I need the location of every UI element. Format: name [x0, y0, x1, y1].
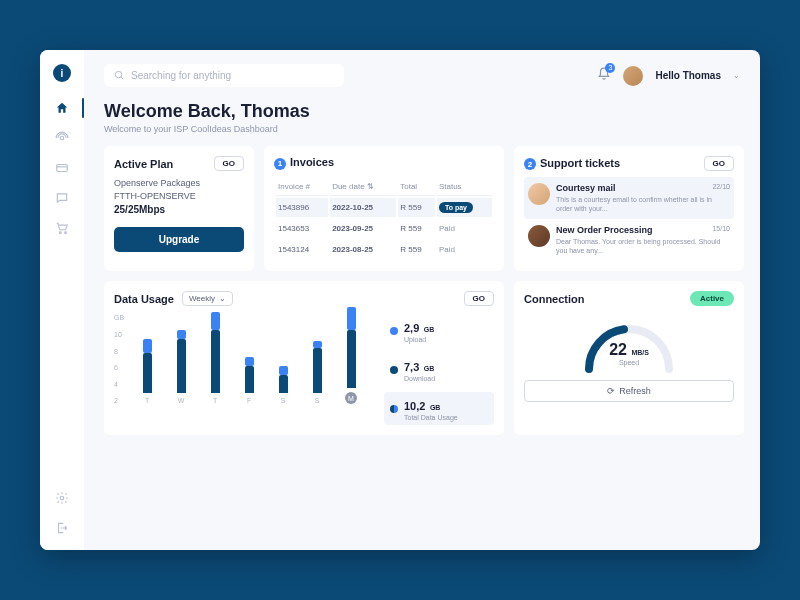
svg-point-0 — [60, 136, 64, 140]
bar: M — [338, 298, 364, 404]
data-usage-card: Data Usage Weekly⌄ GO GB108642 TWTFSSM 2… — [104, 281, 504, 435]
avatar[interactable] — [623, 66, 643, 86]
col-due-date[interactable]: Due date ⇅ — [330, 178, 396, 196]
col-invoice-num: Invoice # — [276, 178, 328, 196]
refresh-button[interactable]: ⟳Refresh — [524, 380, 734, 402]
chevron-down-icon: ⌄ — [219, 294, 226, 303]
main-content: Searching for anything 3 Hello Thomas ⌄ … — [84, 50, 760, 550]
bar: F — [236, 303, 262, 404]
plan-title: Active Plan — [114, 158, 173, 170]
connection-card: Connection Active 22 MB/SSpeed ⟳Refresh — [514, 281, 744, 435]
sort-icon: ⇅ — [367, 182, 374, 191]
nav-home[interactable] — [54, 100, 70, 116]
ticket-item[interactable]: New Order Processing15/10Dear Thomas. Yo… — [524, 219, 734, 261]
notification-count: 3 — [605, 63, 615, 73]
status-badge: Active — [690, 291, 734, 306]
active-plan-card: Active Plan GO Openserve Packages FTTH-O… — [104, 146, 254, 271]
download-stat: 7,3 GBDownload — [384, 353, 494, 386]
col-total: Total — [398, 178, 435, 196]
table-row[interactable]: 15438962022-10-25R 559To pay — [276, 198, 492, 217]
total-dot-icon — [390, 405, 398, 413]
topbar: Searching for anything 3 Hello Thomas ⌄ — [104, 64, 740, 87]
tickets-card: 2Support tickets GO Courtesy mail22/10Th… — [514, 146, 744, 271]
nav-settings[interactable] — [54, 490, 70, 506]
bar: W — [168, 303, 194, 404]
upgrade-button[interactable]: Upgrade — [114, 227, 244, 252]
page-subtitle: Welcome to your ISP CoolIdeas Dashboard — [104, 124, 740, 134]
usage-go-button[interactable]: GO — [464, 291, 494, 306]
sidebar: i — [40, 50, 84, 550]
usage-chart: GB108642 TWTFSSM — [114, 314, 368, 425]
plan-package: FTTH-OPENSERVE — [114, 190, 244, 203]
plan-speed: 25/25Mbps — [114, 204, 244, 215]
user-greeting: Hello Thomas — [655, 70, 721, 81]
tickets-title: Support tickets — [540, 157, 620, 169]
connection-title: Connection — [524, 293, 585, 305]
total-stat: 10,2 GBTotal Data Usage — [384, 392, 494, 425]
refresh-icon: ⟳ — [607, 386, 615, 396]
download-dot-icon — [390, 366, 398, 374]
tickets-badge: 2 — [524, 158, 536, 170]
tickets-go-button[interactable]: GO — [704, 156, 734, 171]
speed-gauge: 22 MB/SSpeed — [524, 314, 734, 374]
svg-point-6 — [115, 71, 121, 77]
nav-logout[interactable] — [54, 520, 70, 536]
app-window: i Searching for anything 3 Hello Thom — [40, 50, 760, 550]
page-title: Welcome Back, Thomas — [104, 101, 740, 122]
plan-go-button[interactable]: GO — [214, 156, 244, 171]
chevron-down-icon[interactable]: ⌄ — [733, 71, 740, 80]
page-heading: Welcome Back, Thomas Welcome to your ISP… — [104, 101, 740, 134]
invoices-title: Invoices — [290, 156, 334, 168]
svg-point-5 — [60, 496, 64, 500]
nav-shop[interactable] — [54, 220, 70, 236]
avatar — [528, 225, 550, 247]
col-status: Status — [437, 178, 492, 196]
table-row[interactable]: 15431242023-08-25R 559Paid — [276, 240, 492, 259]
search-input[interactable]: Searching for anything — [104, 64, 344, 87]
upload-dot-icon — [390, 327, 398, 335]
nav-connection[interactable] — [54, 130, 70, 146]
bar: S — [270, 303, 296, 404]
bar: T — [134, 303, 160, 404]
svg-point-3 — [59, 232, 61, 234]
logo-icon: i — [53, 64, 71, 82]
search-placeholder: Searching for anything — [131, 70, 231, 81]
bar: S — [304, 303, 330, 404]
upload-stat: 2,9 GBUpload — [384, 314, 494, 347]
search-icon — [114, 70, 125, 81]
nav-billing[interactable] — [54, 160, 70, 176]
bar: T — [202, 303, 228, 404]
avatar — [528, 183, 550, 205]
invoices-card: 1Invoices Invoice # Due date ⇅ Total Sta… — [264, 146, 504, 271]
svg-line-7 — [121, 77, 123, 79]
invoices-badge: 1 — [274, 158, 286, 170]
notifications-button[interactable]: 3 — [597, 67, 611, 85]
y-axis-label: GB — [114, 314, 124, 321]
nav-messages[interactable] — [54, 190, 70, 206]
invoices-table: Invoice # Due date ⇅ Total Status 154389… — [274, 176, 494, 261]
table-row[interactable]: 15436532023-09-25R 559Paid — [276, 219, 492, 238]
svg-rect-1 — [57, 165, 68, 172]
svg-point-4 — [65, 232, 67, 234]
ticket-item[interactable]: Courtesy mail22/10This is a courtesy ema… — [524, 177, 734, 219]
plan-provider: Openserve Packages — [114, 177, 244, 190]
